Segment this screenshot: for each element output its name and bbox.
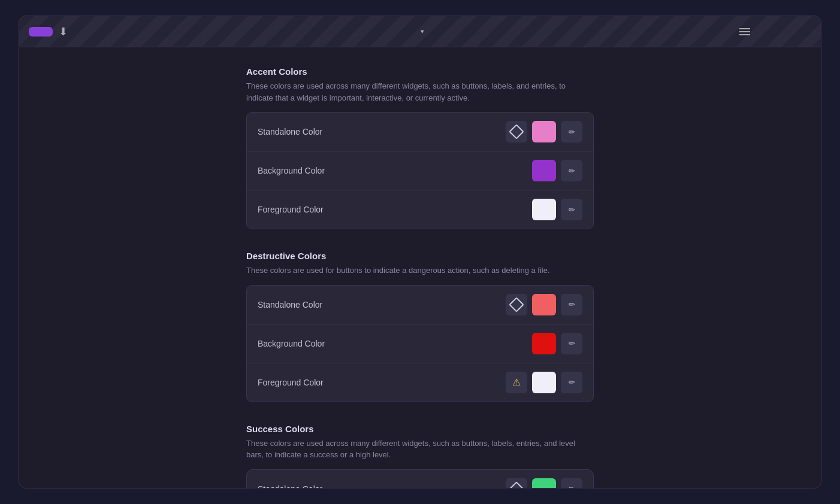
titlebar-right (739, 28, 811, 35)
color-row-label: Standalone Color (258, 300, 498, 309)
section-destructive: Destructive ColorsThese colors are used … (246, 251, 594, 402)
color-row: Standalone Color✏ (247, 470, 593, 488)
color-row-label: Background Color (258, 339, 525, 348)
color-row: Background Color✏ (247, 151, 593, 190)
color-swatch[interactable] (532, 372, 556, 393)
section-title-destructive: Destructive Colors (246, 251, 594, 261)
edit-color-button[interactable]: ✏ (561, 199, 582, 220)
color-row: Standalone Color✏ (247, 113, 593, 151)
color-rows-accent: Standalone Color✏Background Color✏Foregr… (246, 112, 594, 229)
color-row-label: Standalone Color (258, 127, 498, 136)
color-row-label: Background Color (258, 166, 525, 175)
content-area: Accent ColorsThese colors are used acros… (246, 66, 594, 488)
color-row-label: Foreground Color (258, 378, 498, 387)
color-swatch[interactable] (532, 199, 556, 220)
color-row-actions: ✏ (506, 121, 582, 142)
hamburger-icon[interactable] (739, 28, 750, 35)
color-swatch[interactable] (532, 478, 556, 488)
edit-color-button[interactable]: ✏ (561, 160, 582, 181)
titlebar-center: ▾ (417, 28, 424, 35)
diamond-icon-button[interactable] (506, 478, 527, 488)
section-success: Success ColorsThese colors are used acro… (246, 424, 594, 488)
edit-color-button[interactable]: ✏ (561, 333, 582, 354)
download-icon[interactable]: ⬇ (59, 25, 68, 38)
color-swatch[interactable] (532, 160, 556, 181)
section-title-success: Success Colors (246, 424, 594, 434)
edit-color-button[interactable]: ✏ (561, 294, 582, 315)
color-swatch[interactable] (532, 333, 556, 354)
titlebar-left: ⬇ (29, 25, 68, 38)
color-row: Background Color✏ (247, 324, 593, 363)
color-row-actions: ✏ (532, 199, 582, 220)
chevron-down-icon[interactable]: ▾ (421, 28, 424, 35)
diamond-icon-button[interactable] (506, 294, 527, 315)
color-swatch[interactable] (532, 121, 556, 142)
edit-color-button[interactable]: ✏ (561, 478, 582, 488)
color-row: Foreground Color✏ (247, 190, 593, 229)
section-desc-success: These colors are used across many differ… (246, 438, 594, 461)
apply-button[interactable] (29, 27, 53, 37)
color-row-actions: ✏ (532, 160, 582, 181)
color-row: Foreground Color⚠✏ (247, 363, 593, 402)
app-window: ⬇ ▾ Accent ColorsThese colors are used a… (19, 16, 821, 488)
section-desc-accent: These colors are used across many differ… (246, 80, 594, 104)
main-content: Accent ColorsThese colors are used acros… (19, 47, 821, 488)
color-rows-success: Standalone Color✏ (246, 469, 594, 488)
color-row-actions: ✏ (506, 294, 582, 315)
section-title-accent: Accent Colors (246, 66, 594, 77)
edit-color-button[interactable]: ✏ (561, 372, 582, 393)
color-row: Standalone Color✏ (247, 286, 593, 324)
section-accent: Accent ColorsThese colors are used acros… (246, 66, 594, 229)
color-row-actions: ⚠✏ (506, 372, 582, 393)
color-row-actions: ✏ (506, 478, 582, 488)
edit-color-button[interactable]: ✏ (561, 121, 582, 142)
diamond-icon-button[interactable] (506, 121, 527, 142)
color-swatch[interactable] (532, 294, 556, 315)
warning-icon-button[interactable]: ⚠ (506, 372, 527, 393)
color-row-label: Foreground Color (258, 205, 525, 214)
titlebar: ⬇ ▾ (19, 16, 821, 47)
color-row-label: Standalone Color (258, 484, 498, 488)
color-row-actions: ✏ (532, 333, 582, 354)
section-desc-destructive: These colors are used for buttons to ind… (246, 265, 594, 277)
color-rows-destructive: Standalone Color✏Background Color✏Foregr… (246, 285, 594, 402)
